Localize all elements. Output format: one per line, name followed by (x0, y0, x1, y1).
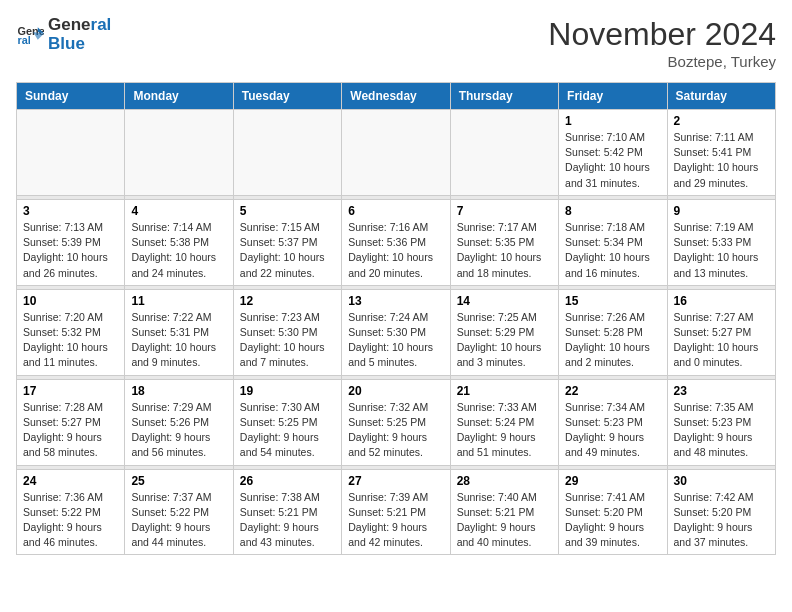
day-info: Sunrise: 7:11 AM Sunset: 5:41 PM Dayligh… (674, 130, 769, 191)
calendar-cell: 29Sunrise: 7:41 AM Sunset: 5:20 PM Dayli… (559, 469, 667, 555)
day-number: 18 (131, 384, 226, 398)
calendar-cell: 25Sunrise: 7:37 AM Sunset: 5:22 PM Dayli… (125, 469, 233, 555)
calendar-week-5: 24Sunrise: 7:36 AM Sunset: 5:22 PM Dayli… (17, 469, 776, 555)
calendar-cell (450, 110, 558, 196)
calendar-cell: 22Sunrise: 7:34 AM Sunset: 5:23 PM Dayli… (559, 379, 667, 465)
day-info: Sunrise: 7:29 AM Sunset: 5:26 PM Dayligh… (131, 400, 226, 461)
day-number: 15 (565, 294, 660, 308)
logo-text-line2: Blue (48, 35, 111, 54)
calendar-cell: 3Sunrise: 7:13 AM Sunset: 5:39 PM Daylig… (17, 199, 125, 285)
day-number: 8 (565, 204, 660, 218)
weekday-header-sunday: Sunday (17, 83, 125, 110)
calendar-cell: 23Sunrise: 7:35 AM Sunset: 5:23 PM Dayli… (667, 379, 775, 465)
title-block: November 2024 Boztepe, Turkey (548, 16, 776, 70)
calendar-cell: 30Sunrise: 7:42 AM Sunset: 5:20 PM Dayli… (667, 469, 775, 555)
day-number: 21 (457, 384, 552, 398)
calendar-week-2: 3Sunrise: 7:13 AM Sunset: 5:39 PM Daylig… (17, 199, 776, 285)
day-number: 7 (457, 204, 552, 218)
calendar-table: SundayMondayTuesdayWednesdayThursdayFrid… (16, 82, 776, 555)
weekday-header-tuesday: Tuesday (233, 83, 341, 110)
calendar-cell: 20Sunrise: 7:32 AM Sunset: 5:25 PM Dayli… (342, 379, 450, 465)
weekday-header-saturday: Saturday (667, 83, 775, 110)
day-info: Sunrise: 7:14 AM Sunset: 5:38 PM Dayligh… (131, 220, 226, 281)
calendar-cell: 9Sunrise: 7:19 AM Sunset: 5:33 PM Daylig… (667, 199, 775, 285)
day-number: 26 (240, 474, 335, 488)
weekday-header-friday: Friday (559, 83, 667, 110)
calendar-cell: 15Sunrise: 7:26 AM Sunset: 5:28 PM Dayli… (559, 289, 667, 375)
day-number: 30 (674, 474, 769, 488)
day-number: 6 (348, 204, 443, 218)
day-number: 19 (240, 384, 335, 398)
weekday-header-row: SundayMondayTuesdayWednesdayThursdayFrid… (17, 83, 776, 110)
day-number: 4 (131, 204, 226, 218)
weekday-header-monday: Monday (125, 83, 233, 110)
day-info: Sunrise: 7:16 AM Sunset: 5:36 PM Dayligh… (348, 220, 443, 281)
day-info: Sunrise: 7:42 AM Sunset: 5:20 PM Dayligh… (674, 490, 769, 551)
calendar-cell: 16Sunrise: 7:27 AM Sunset: 5:27 PM Dayli… (667, 289, 775, 375)
day-number: 20 (348, 384, 443, 398)
day-number: 13 (348, 294, 443, 308)
calendar-week-3: 10Sunrise: 7:20 AM Sunset: 5:32 PM Dayli… (17, 289, 776, 375)
day-info: Sunrise: 7:26 AM Sunset: 5:28 PM Dayligh… (565, 310, 660, 371)
day-number: 16 (674, 294, 769, 308)
day-number: 2 (674, 114, 769, 128)
location: Boztepe, Turkey (548, 53, 776, 70)
day-number: 11 (131, 294, 226, 308)
day-info: Sunrise: 7:25 AM Sunset: 5:29 PM Dayligh… (457, 310, 552, 371)
day-info: Sunrise: 7:34 AM Sunset: 5:23 PM Dayligh… (565, 400, 660, 461)
calendar-cell: 26Sunrise: 7:38 AM Sunset: 5:21 PM Dayli… (233, 469, 341, 555)
calendar-week-1: 1Sunrise: 7:10 AM Sunset: 5:42 PM Daylig… (17, 110, 776, 196)
day-info: Sunrise: 7:36 AM Sunset: 5:22 PM Dayligh… (23, 490, 118, 551)
day-number: 9 (674, 204, 769, 218)
day-number: 22 (565, 384, 660, 398)
day-number: 25 (131, 474, 226, 488)
svg-text:ral: ral (18, 34, 31, 46)
day-info: Sunrise: 7:20 AM Sunset: 5:32 PM Dayligh… (23, 310, 118, 371)
calendar-cell: 24Sunrise: 7:36 AM Sunset: 5:22 PM Dayli… (17, 469, 125, 555)
logo: Gene ral General Blue (16, 16, 111, 53)
calendar-cell: 28Sunrise: 7:40 AM Sunset: 5:21 PM Dayli… (450, 469, 558, 555)
day-info: Sunrise: 7:33 AM Sunset: 5:24 PM Dayligh… (457, 400, 552, 461)
calendar-cell: 12Sunrise: 7:23 AM Sunset: 5:30 PM Dayli… (233, 289, 341, 375)
weekday-header-wednesday: Wednesday (342, 83, 450, 110)
calendar-cell: 14Sunrise: 7:25 AM Sunset: 5:29 PM Dayli… (450, 289, 558, 375)
day-info: Sunrise: 7:32 AM Sunset: 5:25 PM Dayligh… (348, 400, 443, 461)
day-number: 1 (565, 114, 660, 128)
calendar-cell (342, 110, 450, 196)
logo-text-line1: General (48, 16, 111, 35)
day-info: Sunrise: 7:39 AM Sunset: 5:21 PM Dayligh… (348, 490, 443, 551)
calendar-cell: 18Sunrise: 7:29 AM Sunset: 5:26 PM Dayli… (125, 379, 233, 465)
calendar-cell: 21Sunrise: 7:33 AM Sunset: 5:24 PM Dayli… (450, 379, 558, 465)
calendar-cell: 8Sunrise: 7:18 AM Sunset: 5:34 PM Daylig… (559, 199, 667, 285)
calendar-cell: 6Sunrise: 7:16 AM Sunset: 5:36 PM Daylig… (342, 199, 450, 285)
calendar-cell: 17Sunrise: 7:28 AM Sunset: 5:27 PM Dayli… (17, 379, 125, 465)
calendar-cell: 19Sunrise: 7:30 AM Sunset: 5:25 PM Dayli… (233, 379, 341, 465)
calendar-cell: 11Sunrise: 7:22 AM Sunset: 5:31 PM Dayli… (125, 289, 233, 375)
day-number: 28 (457, 474, 552, 488)
calendar-cell: 10Sunrise: 7:20 AM Sunset: 5:32 PM Dayli… (17, 289, 125, 375)
day-info: Sunrise: 7:27 AM Sunset: 5:27 PM Dayligh… (674, 310, 769, 371)
day-info: Sunrise: 7:22 AM Sunset: 5:31 PM Dayligh… (131, 310, 226, 371)
day-number: 23 (674, 384, 769, 398)
day-number: 14 (457, 294, 552, 308)
day-info: Sunrise: 7:23 AM Sunset: 5:30 PM Dayligh… (240, 310, 335, 371)
day-number: 5 (240, 204, 335, 218)
calendar-cell: 2Sunrise: 7:11 AM Sunset: 5:41 PM Daylig… (667, 110, 775, 196)
day-number: 24 (23, 474, 118, 488)
day-number: 17 (23, 384, 118, 398)
day-info: Sunrise: 7:19 AM Sunset: 5:33 PM Dayligh… (674, 220, 769, 281)
day-info: Sunrise: 7:10 AM Sunset: 5:42 PM Dayligh… (565, 130, 660, 191)
weekday-header-thursday: Thursday (450, 83, 558, 110)
day-info: Sunrise: 7:30 AM Sunset: 5:25 PM Dayligh… (240, 400, 335, 461)
day-info: Sunrise: 7:13 AM Sunset: 5:39 PM Dayligh… (23, 220, 118, 281)
day-info: Sunrise: 7:41 AM Sunset: 5:20 PM Dayligh… (565, 490, 660, 551)
calendar-cell: 27Sunrise: 7:39 AM Sunset: 5:21 PM Dayli… (342, 469, 450, 555)
calendar-cell: 13Sunrise: 7:24 AM Sunset: 5:30 PM Dayli… (342, 289, 450, 375)
day-info: Sunrise: 7:15 AM Sunset: 5:37 PM Dayligh… (240, 220, 335, 281)
logo-icon: Gene ral (16, 21, 44, 49)
day-info: Sunrise: 7:35 AM Sunset: 5:23 PM Dayligh… (674, 400, 769, 461)
calendar-cell: 7Sunrise: 7:17 AM Sunset: 5:35 PM Daylig… (450, 199, 558, 285)
calendar-cell (125, 110, 233, 196)
day-number: 27 (348, 474, 443, 488)
day-number: 10 (23, 294, 118, 308)
